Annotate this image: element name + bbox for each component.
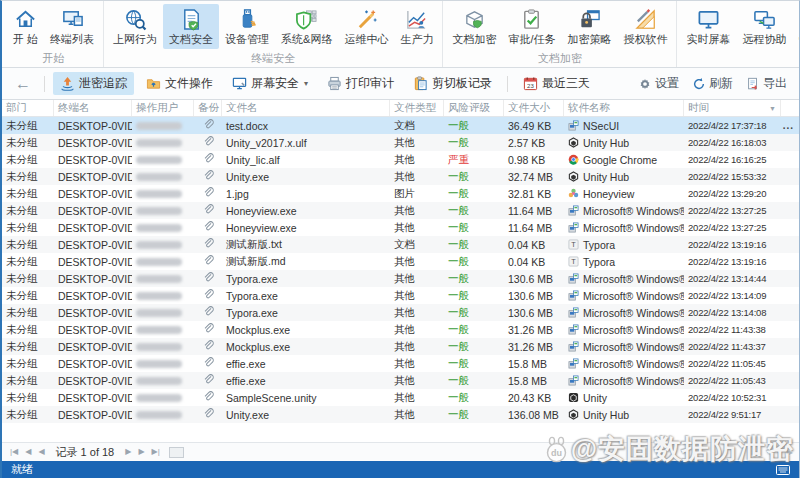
cell-file-type: 文档 bbox=[390, 117, 444, 134]
cell-operating-user bbox=[132, 321, 194, 338]
software-name-label: Honeyview bbox=[583, 188, 634, 200]
pager-next-button-0[interactable]: ▶ bbox=[123, 448, 133, 456]
cell-file-type: 其他 bbox=[390, 338, 444, 355]
ribbon-button-start[interactable]: 开 始 bbox=[7, 4, 44, 49]
ribbon-button-licensed-software[interactable]: 授权软件 bbox=[617, 4, 673, 49]
ribbon-group-buttons: 文档加密审批/任务加密策略授权软件 bbox=[446, 4, 673, 51]
toolbar-button-screen-security[interactable]: 屏幕安全▾ bbox=[225, 72, 315, 95]
ribbon-button-productivity[interactable]: 生产力 bbox=[394, 4, 439, 49]
cell-spacer bbox=[781, 270, 799, 287]
table-row[interactable]: 未分组DESKTOP-0VIDMDJUnity.exe其他一般32.74 MBU… bbox=[2, 168, 799, 185]
table-row[interactable]: 未分组DESKTOP-0VIDMDJHoneyview.exe其他一般11.64… bbox=[2, 202, 799, 219]
cell-software-name: Microsoft® Windows® Oper... bbox=[564, 338, 684, 355]
pager-next-button-2[interactable]: ▶| bbox=[150, 448, 162, 456]
column-header-risk[interactable]: 风险评级 bbox=[444, 100, 504, 116]
ribbon-button-device-management[interactable]: 设备管理 bbox=[219, 4, 275, 49]
table-row[interactable]: 未分组DESKTOP-0VIDMDJUnity.exe其他一般136.08 MB… bbox=[2, 406, 799, 423]
table-row[interactable]: 未分组DESKTOP-0VIDMDJTypora.exe其他一般130.6 MB… bbox=[2, 304, 799, 321]
toolbar-button-label: 最近三天 bbox=[542, 75, 590, 92]
ribbon-button-ops-center[interactable]: 运维中心 bbox=[338, 4, 394, 49]
table-row[interactable]: 未分组DESKTOP-0VIDMDJSampleScene.unity其他一般2… bbox=[2, 389, 799, 406]
toolbar-button-label: 打印审计 bbox=[346, 75, 394, 92]
cell-file-name: test.docx bbox=[222, 117, 390, 134]
toolbar-button-label: 导出 bbox=[763, 75, 787, 92]
ribbon-button-terminal-list[interactable]: 终端列表 bbox=[44, 4, 100, 49]
table-row[interactable]: 未分组DESKTOP-0VIDMDJMockplus.exe其他一般31.26 … bbox=[2, 338, 799, 355]
cell-backup bbox=[194, 253, 222, 270]
toolbar-button-refresh[interactable]: 刷新 bbox=[692, 75, 733, 92]
cell-time: 2022/4/22 9:51:17 bbox=[684, 406, 781, 423]
sort-indicator-icon[interactable]: ▼ bbox=[769, 105, 776, 112]
column-header-spacer[interactable] bbox=[781, 100, 799, 116]
column-header-dept[interactable]: 部门 bbox=[2, 100, 54, 116]
cell-risk-rating: 一般 bbox=[444, 287, 504, 304]
ribbon-button-sensitive-scan[interactable]: 敏感内容扫描 bbox=[792, 4, 800, 49]
ribbon-button-system-network[interactable]: 系统&网络 bbox=[275, 4, 338, 49]
cell-file-name: Typora.exe bbox=[222, 287, 390, 304]
table-row[interactable]: 未分组DESKTOP-0VIDMDJ1.jpg图片一般32.81 KBHoney… bbox=[2, 185, 799, 202]
ribbon-button-label: 授权软件 bbox=[623, 32, 667, 47]
unityhub-app-icon bbox=[568, 409, 579, 420]
table-row[interactable]: 未分组DESKTOP-0VIDMDJ测试新版.txt文档一般0.04 KBTTy… bbox=[2, 236, 799, 253]
mswin-app-icon bbox=[568, 358, 579, 369]
paperclip-icon bbox=[203, 221, 214, 234]
column-header-user[interactable]: 操作用户 bbox=[132, 100, 194, 116]
scroll-right-arrow-icon[interactable]: ▶ bbox=[787, 448, 793, 457]
table-row[interactable]: 未分组DESKTOP-0VIDMDJMockplus.exe其他一般31.26 … bbox=[2, 321, 799, 338]
pager-prev-button-2[interactable]: ◀ bbox=[36, 448, 46, 456]
toolbar-divider bbox=[44, 76, 45, 92]
cell-operating-user bbox=[132, 287, 194, 304]
table-row[interactable]: 未分组DESKTOP-0VIDMDJeffie.exe其他一般15.8 MBMi… bbox=[2, 355, 799, 372]
cell-file-size: 32.81 KB bbox=[504, 185, 564, 202]
table-row[interactable]: 未分组DESKTOP-0VIDMDJUnity_v2017.x.ulf其他一般2… bbox=[2, 134, 799, 151]
toolbar-button-settings[interactable]: 设置 bbox=[638, 75, 679, 92]
ribbon-button-encryption-policy[interactable]: 加密策略 bbox=[561, 4, 617, 49]
table-row[interactable]: 未分组DESKTOP-0VIDMDJUnity_lic.alf其他严重0.98 … bbox=[2, 151, 799, 168]
table-row[interactable]: 未分组DESKTOP-0VIDMDJtest.docx文档一般36.49 KBN… bbox=[2, 117, 799, 134]
cell-file-type: 其他 bbox=[390, 253, 444, 270]
ribbon-button-doc-encryption[interactable]: 文档加密 bbox=[446, 4, 502, 49]
back-button[interactable]: ← bbox=[10, 76, 36, 92]
ribbon-button-approval-tasks[interactable]: 审批/任务 bbox=[502, 4, 561, 49]
ribbon-button-document-security[interactable]: 文档安全 bbox=[163, 4, 219, 49]
toolbar-button-export[interactable]: 导出 bbox=[746, 75, 787, 92]
toolbar-right: 设置刷新导出 bbox=[638, 75, 791, 92]
column-header-time[interactable]: 时间▼ bbox=[684, 100, 781, 116]
toolbar-button-clipboard-records[interactable]: 剪切板记录 bbox=[406, 72, 499, 95]
column-header-terminal[interactable]: 终端名 bbox=[54, 100, 132, 116]
pager-prev-button-1[interactable]: ◀ bbox=[23, 448, 33, 456]
toolbar-button-file-operations[interactable]: 文件操作 bbox=[139, 72, 220, 95]
cell-file-type: 其他 bbox=[390, 270, 444, 287]
toolbar-button-last-three-days[interactable]: 23最近三天 bbox=[516, 72, 597, 95]
column-header-size[interactable]: 文件大小 bbox=[504, 100, 564, 116]
column-header-backup[interactable]: 备份 bbox=[194, 100, 222, 116]
pager-next-button-1[interactable]: ▶ bbox=[136, 448, 146, 456]
paperclip-icon bbox=[203, 340, 214, 353]
software-name-label: Microsoft® Windows® Oper... bbox=[583, 358, 684, 370]
row-actions-ellipsis[interactable]: ... bbox=[781, 117, 799, 134]
print-audit-icon bbox=[327, 76, 342, 91]
cell-terminal-name: DESKTOP-0VIDMDJ bbox=[54, 202, 132, 219]
pager-edit-box[interactable] bbox=[169, 447, 184, 458]
keyboard-icon[interactable] bbox=[776, 465, 790, 475]
table-row[interactable]: 未分组DESKTOP-0VIDMDJeffie.exe其他一般15.8 MBMi… bbox=[2, 372, 799, 389]
ribbon-button-realtime-screen[interactable]: 实时屏幕 bbox=[680, 4, 736, 49]
pager-prev-button-0[interactable]: |◀ bbox=[8, 448, 20, 456]
toolbar-button-leak-trace[interactable]: 泄密追踪 bbox=[53, 72, 134, 95]
table-row[interactable]: 未分组DESKTOP-0VIDMDJTypora.exe其他一般130.6 MB… bbox=[2, 287, 799, 304]
column-header-app[interactable]: 软件名称 bbox=[564, 100, 684, 116]
ribbon-button-remote-assist[interactable]: 远程协助 bbox=[736, 4, 792, 49]
toolbar-button-print-audit[interactable]: 打印审计 bbox=[320, 72, 401, 95]
column-header-file[interactable]: 文件名 bbox=[222, 100, 390, 116]
system-network-icon bbox=[295, 7, 318, 31]
cell-file-size: 31.26 MB bbox=[504, 338, 564, 355]
table-row[interactable]: 未分组DESKTOP-0VIDMDJ测试新版.md其他一般0.04 KBTTyp… bbox=[2, 253, 799, 270]
ribbon-group-label: 工具 bbox=[680, 51, 800, 67]
ribbon-button-internet-behavior[interactable]: 上网行为 bbox=[107, 4, 163, 49]
cell-risk-rating: 一般 bbox=[444, 406, 504, 423]
app-window: 开 始终端列表开始上网行为文档安全设备管理系统&网络运维中心生产力终端安全文档加… bbox=[0, 0, 800, 478]
table-row[interactable]: 未分组DESKTOP-0VIDMDJTypora.exe其他一般130.6 MB… bbox=[2, 270, 799, 287]
table-row[interactable]: 未分组DESKTOP-0VIDMDJHoneyview.exe其他一般11.64… bbox=[2, 219, 799, 236]
ribbon-button-label: 设备管理 bbox=[225, 32, 269, 47]
column-header-type[interactable]: 文件类型 bbox=[390, 100, 444, 116]
